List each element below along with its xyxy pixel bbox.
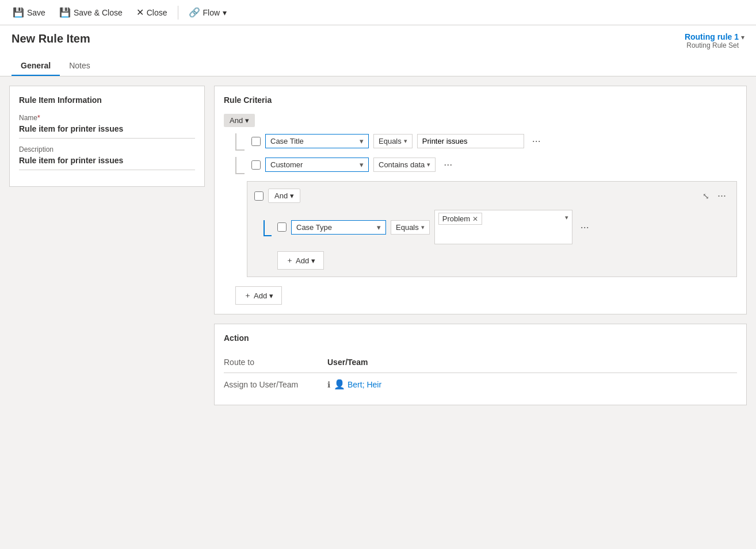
customer-dropdown[interactable]: Customer ▾	[265, 158, 369, 172]
criteria-row-2: Customer ▾ Contains data ▾ ···	[224, 158, 737, 172]
assign-row: Assign to User/Team ℹ 👤 Bert; Heir	[224, 373, 737, 396]
and-button[interactable]: And ▾	[224, 114, 255, 127]
equals-operator-1[interactable]: Equals ▾	[373, 134, 413, 148]
name-value: Rule item for printer issues	[19, 124, 195, 139]
nested-add-arrow: ▾	[311, 256, 315, 265]
left-panel: Rule Item Information Name* Rule item fo…	[9, 86, 205, 187]
nested-criteria-row-1: Case Type ▾ Equals ▾ Problem ✕ ▾	[254, 210, 730, 244]
description-value: Rule item for printer issues	[19, 156, 195, 170]
contains-data-arrow: ▾	[427, 161, 430, 168]
nested-add-label: Add	[296, 256, 309, 265]
toolbar-divider	[178, 6, 178, 20]
right-panel: Rule Criteria And ▾ Case Title ▾ Equals …	[214, 86, 747, 547]
main-content: Rule Item Information Name* Rule item fo…	[0, 76, 756, 549]
rule-criteria-section: Rule Criteria And ▾ Case Title ▾ Equals …	[214, 86, 747, 314]
routing-rule-chevron[interactable]: ▾	[741, 33, 744, 41]
outer-add-arrow: ▾	[269, 291, 273, 300]
criteria-row-1: Case Title ▾ Equals ▾ ···	[224, 134, 737, 148]
save-close-label: Save & Close	[74, 8, 123, 17]
customer-label: Customer	[270, 160, 303, 169]
routing-rule-link[interactable]: Routing rule 1	[685, 32, 739, 41]
flow-icon: 🔗	[189, 7, 200, 18]
close-icon: ✕	[136, 7, 144, 18]
case-title-label: Case Title	[270, 137, 304, 145]
equals-operator-nested[interactable]: Equals ▾	[391, 220, 430, 235]
contains-data-label: Contains data	[379, 160, 425, 169]
outer-add-label: Add	[254, 291, 267, 300]
nested-and-label: And	[274, 191, 288, 200]
route-to-value: User/Team	[327, 358, 368, 367]
tab-notes[interactable]: Notes	[60, 56, 100, 76]
row1-more-button[interactable]: ···	[529, 134, 544, 148]
nested-header: And ▾ ⤡ ···	[254, 189, 730, 203]
problem-tag: Problem ✕	[438, 213, 482, 225]
equals-label-1: Equals	[379, 137, 402, 145]
case-title-arrow: ▾	[360, 137, 364, 145]
route-to-row: Route to User/Team	[224, 352, 737, 373]
criteria-row-1-checkbox[interactable]	[251, 137, 261, 146]
save-button[interactable]: 💾 Save	[7, 3, 51, 21]
assign-value-link[interactable]: Bert; Heir	[348, 380, 381, 389]
nested-block: And ▾ ⤡ ··· Case Ty	[247, 181, 737, 277]
and-label: And	[230, 116, 243, 125]
nested-add-row: ＋ Add ▾	[254, 251, 730, 270]
case-title-dropdown[interactable]: Case Title ▾	[265, 134, 369, 148]
case-type-tag-input[interactable]: Problem ✕ ▾	[434, 210, 572, 244]
close-button[interactable]: ✕ Close	[131, 3, 173, 21]
criteria-row-2-checkbox[interactable]	[251, 160, 261, 170]
tab-general[interactable]: General	[12, 56, 60, 76]
nested-more-button[interactable]: ···	[714, 189, 730, 203]
routing-rule-area: Routing rule 1 Routing Rule Set ▾	[685, 32, 744, 49]
equals-label-nested: Equals	[396, 223, 419, 232]
nested-row-more-button[interactable]: ···	[577, 220, 593, 235]
toolbar: 💾 Save 💾 Save & Close ✕ Close 🔗 Flow ▾	[0, 0, 756, 25]
equals-arrow-1: ▾	[404, 137, 407, 145]
equals-arrow-nested: ▾	[421, 224, 425, 231]
nested-row-checkbox[interactable]	[277, 222, 287, 232]
case-type-label: Case Type	[296, 223, 332, 232]
page-title: New Rule Item	[12, 32, 90, 45]
outer-add-row: ＋ Add ▾	[224, 286, 737, 305]
close-label: Close	[147, 8, 167, 17]
rule-criteria-title: Rule Criteria	[224, 95, 737, 105]
outer-add-button[interactable]: ＋ Add ▾	[235, 286, 282, 305]
save-close-button[interactable]: 💾 Save & Close	[54, 3, 128, 21]
nested-add-button[interactable]: ＋ Add ▾	[277, 251, 324, 270]
customer-arrow: ▾	[360, 160, 364, 169]
nested-and-button[interactable]: And ▾	[268, 189, 300, 203]
tabs: General Notes	[12, 56, 744, 76]
nested-header-right: ⤡ ···	[702, 189, 730, 203]
page-header: New Rule Item Routing rule 1 Routing Rul…	[0, 25, 756, 76]
route-to-label: Route to	[224, 358, 327, 367]
case-type-dropdown[interactable]: Case Type ▾	[291, 220, 386, 235]
user-icon: 👤	[334, 379, 345, 390]
flow-button[interactable]: 🔗 Flow ▾	[183, 3, 233, 21]
assign-label: Assign to User/Team	[224, 380, 327, 389]
action-section: Action Route to User/Team Assign to User…	[214, 324, 747, 405]
nested-and-arrow: ▾	[290, 191, 294, 200]
routing-rule-sub: Routing Rule Set	[685, 41, 739, 49]
flow-dropdown-arrow: ▾	[223, 8, 227, 17]
name-label: Name*	[19, 114, 195, 122]
description-label: Description	[19, 145, 195, 153]
save-close-icon: 💾	[59, 7, 71, 18]
panel-title: Rule Item Information	[19, 95, 195, 105]
case-title-value[interactable]	[417, 134, 524, 148]
contains-data-operator[interactable]: Contains data ▾	[373, 158, 436, 172]
save-label: Save	[27, 8, 45, 17]
nested-add-icon: ＋	[286, 255, 293, 266]
case-type-arrow: ▾	[377, 223, 381, 232]
tag-dropdown-arrow[interactable]: ▾	[565, 214, 568, 221]
action-title: Action	[224, 333, 737, 343]
info-icon: ℹ	[327, 380, 330, 389]
and-chevron: ▾	[245, 116, 249, 125]
collapse-icon[interactable]: ⤡	[702, 191, 709, 201]
problem-tag-close[interactable]: ✕	[472, 215, 478, 223]
nested-checkbox[interactable]	[254, 191, 264, 201]
save-icon: 💾	[13, 7, 24, 18]
row2-more-button[interactable]: ···	[440, 158, 456, 172]
outer-add-icon: ＋	[244, 290, 251, 301]
problem-tag-label: Problem	[442, 214, 470, 223]
flow-label: Flow	[203, 8, 220, 17]
